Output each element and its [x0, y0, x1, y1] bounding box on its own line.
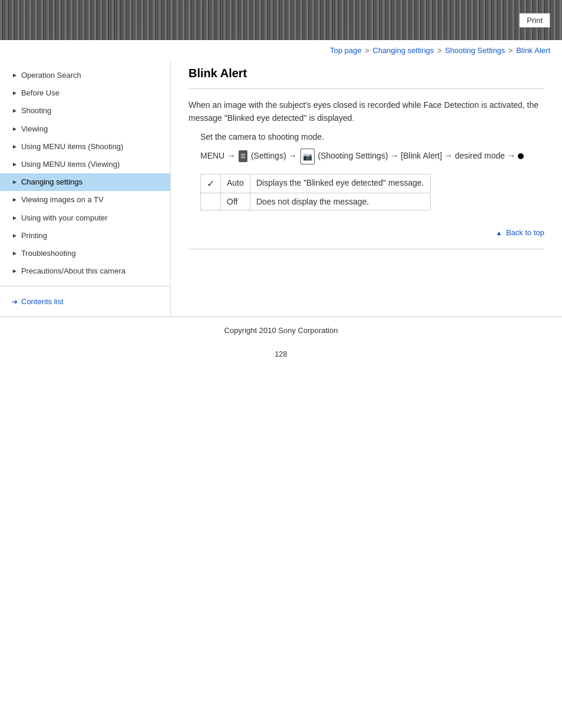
arrow-icon: ►	[12, 232, 18, 240]
breadcrumb-sep-2: >	[437, 46, 442, 55]
sidebar-item-operation-search[interactable]: ► Operation Search	[0, 67, 170, 84]
breadcrumb-sep-3: >	[508, 46, 513, 55]
instruction-text: Set the camera to shooting mode.	[200, 132, 544, 141]
menu-mode: desired mode	[455, 151, 505, 160]
copyright-text: Copyright 2010 Sony Corporation	[224, 326, 338, 335]
print-button[interactable]: Print	[519, 13, 550, 28]
sidebar-label: Before Use	[21, 88, 164, 98]
breadcrumb-sep-1: >	[365, 46, 369, 55]
sidebar-label: Operation Search	[21, 70, 164, 81]
arrow-icon: →	[444, 151, 455, 160]
page-title: Blink Alert	[189, 67, 544, 80]
arrow-icon: →	[289, 151, 299, 160]
breadcrumb: Top page > Changing settings > Shooting …	[0, 40, 562, 61]
breadcrumb-changing-settings[interactable]: Changing settings	[373, 46, 434, 55]
arrow-icon: ►	[12, 214, 18, 222]
arrow-icon: ►	[12, 160, 18, 169]
breadcrumb-top-page[interactable]: Top page	[330, 46, 362, 55]
body-paragraph: When an image with the subject's eyes cl…	[189, 98, 544, 125]
menu-shooting: (Shooting Settings)	[318, 151, 388, 160]
arrow-icon: ►	[12, 71, 18, 80]
back-to-top-link[interactable]: ▲ Back to top	[495, 228, 544, 237]
sidebar-label: Shooting	[21, 106, 164, 116]
triangle-up-icon: ▲	[495, 229, 502, 236]
sidebar-item-precautions[interactable]: ► Precautions/About this camera	[0, 262, 170, 280]
breadcrumb-blink-alert[interactable]: Blink Alert	[516, 46, 550, 55]
arrow-icon: ►	[12, 196, 18, 204]
arrow-icon: ►	[12, 249, 18, 258]
sidebar-item-changing-settings[interactable]: ► Changing settings	[0, 173, 170, 191]
sidebar-item-using-computer[interactable]: ► Using with your computer	[0, 209, 170, 227]
sidebar-item-troubleshooting[interactable]: ► Troubleshooting	[0, 245, 170, 262]
table-row: ✓ Auto Displays the "Blinked eye detecte…	[201, 174, 431, 193]
camera-icon: 📷	[300, 149, 315, 164]
sidebar-divider	[0, 286, 170, 286]
settings-icon: ☰	[239, 150, 247, 162]
mode-cell: Off	[221, 193, 250, 210]
table-row: Off Does not display the message.	[201, 193, 431, 210]
menu-prefix: MENU	[200, 151, 224, 160]
arrow-right-icon: ➔	[12, 298, 18, 306]
sidebar: ► Operation Search ► Before Use ► Shooti…	[0, 61, 171, 317]
settings-table: ✓ Auto Displays the "Blinked eye detecte…	[200, 174, 431, 210]
sidebar-label: Viewing images on a TV	[21, 195, 164, 205]
sidebar-item-printing[interactable]: ► Printing	[0, 227, 170, 245]
content-divider	[189, 249, 544, 249]
content-area: Blink Alert When an image with the subje…	[171, 61, 562, 317]
breadcrumb-shooting-settings[interactable]: Shooting Settings	[445, 46, 505, 55]
arrow-icon: →	[227, 151, 237, 160]
sidebar-label: Using with your computer	[21, 213, 164, 223]
arrow-icon: ►	[12, 89, 18, 97]
menu-blink: [Blink Alert]	[401, 151, 442, 160]
menu-path: MENU → ☰ (Settings) → 📷 (Shooting Settin…	[200, 149, 544, 164]
arrow-icon: ►	[12, 107, 18, 115]
sidebar-item-before-use[interactable]: ► Before Use	[0, 84, 170, 102]
arrow-icon: →	[507, 151, 518, 160]
sidebar-item-shooting[interactable]: ► Shooting	[0, 102, 170, 120]
check-cell: ✓	[201, 174, 221, 193]
check-cell	[201, 193, 221, 210]
back-to-top: ▲ Back to top	[189, 222, 544, 243]
header-bar: Print	[0, 0, 562, 40]
mode-cell: Auto	[221, 174, 250, 193]
arrow-icon: →	[390, 151, 401, 160]
contents-list-link[interactable]: ➔ Contents list	[0, 292, 170, 311]
desc-cell: Does not display the message.	[250, 193, 431, 210]
footer: Copyright 2010 Sony Corporation	[0, 317, 562, 344]
bullet-dot	[518, 153, 524, 159]
checkmark-icon: ✓	[207, 179, 214, 189]
sidebar-item-viewing-tv[interactable]: ► Viewing images on a TV	[0, 191, 170, 209]
sidebar-label: Troubleshooting	[21, 248, 164, 259]
arrow-icon: ►	[12, 267, 18, 275]
page-number: 128	[0, 344, 562, 364]
arrow-icon: ►	[12, 143, 18, 151]
desc-cell: Displays the "Blinked eye detected" mess…	[250, 174, 431, 193]
sidebar-label: Using MENU items (Viewing)	[21, 159, 164, 170]
main-layout: ► Operation Search ► Before Use ► Shooti…	[0, 61, 562, 317]
contents-list-label: Contents list	[21, 297, 64, 306]
sidebar-item-viewing[interactable]: ► Viewing	[0, 120, 170, 138]
sidebar-label: Precautions/About this camera	[21, 266, 164, 276]
sidebar-item-using-menu-shooting[interactable]: ► Using MENU items (Shooting)	[0, 138, 170, 156]
menu-settings: (Settings)	[251, 151, 286, 160]
sidebar-label: Changing settings	[21, 177, 164, 187]
arrow-icon: ►	[12, 178, 18, 186]
arrow-icon: ►	[12, 125, 18, 133]
sidebar-item-using-menu-viewing[interactable]: ► Using MENU items (Viewing)	[0, 156, 170, 173]
sidebar-label: Viewing	[21, 124, 164, 134]
sidebar-label: Printing	[21, 230, 164, 241]
sidebar-label: Using MENU items (Shooting)	[21, 141, 164, 152]
page-title-section: Blink Alert	[189, 67, 544, 89]
back-to-top-label: Back to top	[506, 228, 544, 237]
